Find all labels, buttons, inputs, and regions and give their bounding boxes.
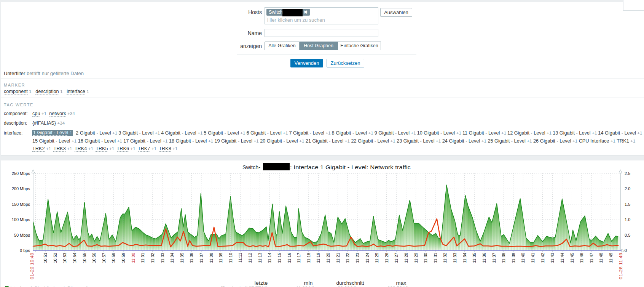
svg-text:10:51: 10:51 bbox=[43, 253, 48, 263]
svg-text:11:02: 11:02 bbox=[150, 253, 155, 263]
svg-text:11:41: 11:41 bbox=[531, 253, 535, 263]
svg-text:11:24: 11:24 bbox=[365, 253, 370, 263]
svg-text:11:09: 11:09 bbox=[218, 253, 223, 263]
svg-text:11:45: 11:45 bbox=[570, 253, 574, 263]
svg-text:11:04: 11:04 bbox=[170, 253, 174, 263]
svg-text:150 Mbps: 150 Mbps bbox=[12, 202, 30, 207]
svg-text:11:17: 11:17 bbox=[296, 253, 301, 263]
svg-text:11:05: 11:05 bbox=[180, 253, 184, 263]
svg-text:11:22: 11:22 bbox=[345, 253, 350, 263]
svg-text:11:00: 11:00 bbox=[131, 253, 135, 263]
svg-text:11:39: 11:39 bbox=[511, 253, 516, 263]
svg-text:11:16: 11:16 bbox=[287, 253, 292, 263]
svg-text:11:40: 11:40 bbox=[521, 253, 525, 263]
svg-text:11:18: 11:18 bbox=[306, 253, 311, 263]
svg-text:11:48: 11:48 bbox=[599, 253, 603, 263]
svg-text:11:49: 11:49 bbox=[609, 253, 613, 263]
svg-text:10:55: 10:55 bbox=[82, 253, 87, 263]
svg-text:100 Mbps: 100 Mbps bbox=[12, 217, 30, 222]
svg-text:11:33: 11:33 bbox=[453, 253, 457, 263]
svg-text:0 bps: 0 bps bbox=[20, 248, 30, 253]
svg-text:11:06: 11:06 bbox=[189, 253, 194, 263]
svg-text:letzte: letzte bbox=[255, 281, 268, 286]
svg-text:11:03: 11:03 bbox=[160, 253, 165, 263]
svg-text:11:46: 11:46 bbox=[579, 253, 584, 263]
svg-text:durchschnitt: durchschnitt bbox=[336, 281, 365, 286]
svg-text:01-26 11:49: 01-26 11:49 bbox=[618, 253, 623, 279]
svg-text:50 Mbps: 50 Mbps bbox=[14, 233, 30, 237]
svg-text:11:30: 11:30 bbox=[423, 253, 428, 263]
svg-text:10:59: 10:59 bbox=[121, 253, 126, 263]
svg-text:11:12: 11:12 bbox=[248, 253, 252, 263]
svg-text:11:20: 11:20 bbox=[326, 253, 330, 263]
svg-text:11:13: 11:13 bbox=[258, 253, 262, 263]
svg-text:11:43: 11:43 bbox=[550, 253, 555, 263]
svg-text:11:07: 11:07 bbox=[199, 253, 204, 263]
svg-text:2.5: 2.5 bbox=[625, 171, 630, 176]
svg-text:11:29: 11:29 bbox=[414, 253, 418, 263]
svg-text:11:37: 11:37 bbox=[492, 253, 496, 263]
svg-text:11:25: 11:25 bbox=[375, 253, 379, 263]
svg-text:11:26: 11:26 bbox=[384, 253, 389, 263]
svg-text:11:35: 11:35 bbox=[472, 253, 477, 263]
svg-text:10:58: 10:58 bbox=[111, 253, 116, 263]
svg-text:11:21: 11:21 bbox=[336, 253, 340, 263]
svg-text:11:38: 11:38 bbox=[501, 253, 506, 263]
svg-text:11:14: 11:14 bbox=[267, 253, 272, 263]
svg-text:11:34: 11:34 bbox=[462, 253, 467, 263]
svg-text:11:32: 11:32 bbox=[443, 253, 447, 263]
svg-text:11:47: 11:47 bbox=[589, 253, 594, 263]
svg-text:11:28: 11:28 bbox=[404, 253, 408, 263]
svg-text:1.5: 1.5 bbox=[625, 202, 630, 207]
svg-text:01-26 10:49: 01-26 10:49 bbox=[30, 253, 34, 279]
svg-text:10:52: 10:52 bbox=[53, 253, 57, 263]
svg-text:0.5: 0.5 bbox=[625, 233, 630, 237]
svg-text:11:36: 11:36 bbox=[482, 253, 486, 263]
svg-text:11:42: 11:42 bbox=[540, 253, 545, 263]
svg-text:11:01: 11:01 bbox=[140, 253, 145, 263]
svg-text:200 Mbps: 200 Mbps bbox=[12, 186, 30, 191]
svg-text:11:44: 11:44 bbox=[560, 253, 564, 263]
svg-text:11:15: 11:15 bbox=[277, 253, 282, 263]
svg-text:max: max bbox=[396, 281, 407, 286]
svg-text:11:23: 11:23 bbox=[355, 253, 360, 263]
svg-text:1.0: 1.0 bbox=[625, 217, 630, 222]
svg-text:min: min bbox=[304, 281, 313, 286]
svg-text:10:57: 10:57 bbox=[102, 253, 106, 263]
svg-text:11:10: 11:10 bbox=[228, 253, 233, 263]
svg-text:10:53: 10:53 bbox=[62, 253, 67, 263]
svg-text:11:11: 11:11 bbox=[238, 253, 242, 263]
svg-text:11:31: 11:31 bbox=[433, 253, 438, 263]
svg-text:11:08: 11:08 bbox=[209, 253, 214, 263]
svg-text:10:54: 10:54 bbox=[72, 253, 77, 263]
svg-text:0: 0 bbox=[625, 248, 627, 253]
svg-text:: Interface 1 Gigabit - Level:: : Interface 1 Gigabit - Level: Network t… bbox=[290, 164, 411, 170]
svg-text:Switch-: Switch- bbox=[242, 164, 260, 170]
svg-text:11:19: 11:19 bbox=[316, 253, 320, 263]
svg-text:11:27: 11:27 bbox=[394, 253, 399, 263]
svg-text:10:56: 10:56 bbox=[92, 253, 96, 263]
svg-text:250 Mbps: 250 Mbps bbox=[12, 171, 30, 176]
svg-text:2.0: 2.0 bbox=[625, 186, 630, 191]
